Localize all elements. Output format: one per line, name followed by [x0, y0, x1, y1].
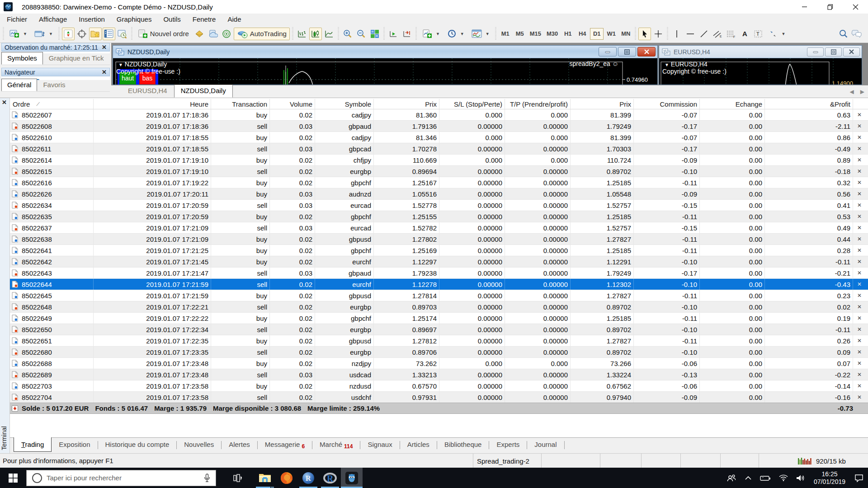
chart-tab-eurusd-h4[interactable]: EURUSD,H4 — [121, 84, 174, 98]
navigator-button[interactable] — [89, 28, 102, 40]
close-order-icon[interactable]: ✕ — [853, 155, 868, 165]
tray-expand-icon[interactable] — [745, 476, 752, 480]
eurusd-chart[interactable]: ▼ EURUSD,H4 Copyright © free-use :) 1.14… — [659, 58, 862, 84]
column-header-ordre[interactable]: Ordre⟋ — [10, 99, 94, 109]
order-row[interactable]: 85022689 2019.01.07 17:23:48sell0.03usdc… — [10, 369, 868, 380]
navigator-close-icon[interactable]: ✕ — [102, 69, 107, 75]
column-header-commission[interactable]: Commission — [634, 99, 700, 109]
order-row[interactable]: 85022616 2019.01.07 17:19:22buy0.02gbpch… — [10, 177, 868, 188]
arrows-button[interactable]: ▼ — [765, 28, 788, 40]
close-order-icon[interactable]: ✕ — [853, 234, 868, 244]
order-row[interactable]: 85022614 2019.01.07 17:19:10buy0.02chfjp… — [10, 155, 868, 166]
order-row[interactable]: 85022644 2019.01.07 17:21:59sell0.02eurc… — [10, 279, 868, 290]
close-order-icon[interactable]: ✕ — [853, 324, 868, 335]
indicators-button[interactable]: ▼ — [419, 28, 443, 40]
order-row[interactable]: 85022642 2019.01.07 17:21:45buy0.02eurch… — [10, 256, 868, 267]
column-header-volume[interactable]: Volume — [270, 99, 315, 109]
close-order-icon[interactable]: ✕ — [853, 211, 868, 222]
chart-tabs-scroll-left-icon[interactable]: ◀ — [850, 89, 854, 95]
new-order-button[interactable]: Nouvel ordre — [135, 28, 192, 40]
terminal-tab-messagerie[interactable]: Messagerie6 — [258, 438, 312, 453]
order-row[interactable]: 85022608 2019.01.07 17:18:36sell0.03gbpa… — [10, 121, 868, 132]
auto-scroll-button[interactable] — [387, 28, 400, 40]
close-order-icon[interactable]: ✕ — [853, 392, 868, 403]
order-row[interactable]: 85022650 2019.01.07 17:22:34sell0.02eurg… — [10, 324, 868, 335]
nzdusd-close-button[interactable] — [637, 47, 656, 56]
close-button[interactable] — [843, 0, 868, 14]
close-order-icon[interactable]: ✕ — [853, 109, 868, 120]
menu-graphiques[interactable]: Graphiques — [111, 14, 158, 24]
terminal-tab-historique-du-compte[interactable]: Historique du compte — [98, 438, 177, 451]
close-order-icon[interactable]: ✕ — [853, 245, 868, 256]
navigator-tab-g-n-ral[interactable]: Général — [1, 79, 37, 91]
taskbar-search-input[interactable]: Taper ici pour rechercher — [26, 470, 216, 486]
menu-outils[interactable]: Outils — [157, 14, 186, 24]
crosshair-button[interactable] — [652, 28, 665, 40]
order-row[interactable]: 85022607 2019.01.07 17:18:36buy0.02cadjp… — [10, 109, 868, 121]
order-row[interactable]: 85022641 2019.01.07 17:21:25buy0.02gbpch… — [10, 245, 868, 256]
column-header-prix[interactable]: Prix — [571, 99, 634, 109]
timeframe-h1-button[interactable]: H1 — [561, 28, 575, 40]
terminal-tab-nouvelles[interactable]: Nouvelles — [177, 438, 221, 451]
zoom-out-button[interactable] — [355, 28, 368, 40]
market-watch-header[interactable]: Observation du marché: 17:25:11 ✕ — [1, 43, 110, 52]
fibonacci-button[interactable]: F — [725, 28, 737, 40]
timeframe-w1-button[interactable]: W1 — [604, 28, 618, 40]
order-row[interactable]: 85022643 2019.01.07 17:21:47sell0.03gbpa… — [10, 267, 868, 279]
maximize-button[interactable] — [817, 0, 843, 14]
close-order-icon[interactable]: ✕ — [853, 166, 868, 177]
terminal-tab-trading[interactable]: Trading — [14, 437, 52, 452]
volume-icon[interactable] — [796, 474, 805, 482]
navigator-header[interactable]: Navigateur ✕ — [1, 68, 110, 76]
close-order-icon[interactable]: ✕ — [853, 380, 868, 391]
zoom-in-button[interactable] — [341, 28, 354, 40]
terminal-tab-march-[interactable]: Marché114 — [312, 438, 360, 453]
order-row[interactable]: 85022680 2019.01.07 17:23:35sell0.02eurg… — [10, 347, 868, 358]
timeframe-h4-button[interactable]: H4 — [576, 28, 589, 40]
close-order-icon[interactable]: ✕ — [853, 279, 868, 290]
terminal-tab-journal[interactable]: Journal — [527, 438, 564, 451]
terminal-button[interactable] — [103, 28, 115, 40]
menu-fichier[interactable]: Fichier — [1, 14, 33, 24]
navigator-tab-favoris[interactable]: Favoris — [37, 79, 71, 91]
order-row[interactable]: 85022704 2019.01.07 17:23:58sell0.02usdc… — [10, 392, 868, 403]
chart-shift-button[interactable] — [401, 28, 413, 40]
channel-button[interactable]: E — [711, 28, 724, 40]
terminal-tab-articles[interactable]: Articles — [400, 438, 437, 451]
new-chart-button[interactable]: ▼ — [6, 28, 30, 40]
collapse-marker-icon[interactable]: ▼ — [118, 62, 123, 67]
close-order-icon[interactable]: ✕ — [853, 121, 868, 131]
close-order-icon[interactable]: ✕ — [853, 267, 868, 278]
column-header-t-p-prendre-profit-[interactable]: T/P (Prendre/profit) — [505, 99, 571, 109]
order-row[interactable]: 85022611 2019.01.07 17:18:55sell0.03gbpc… — [10, 143, 868, 155]
people-icon[interactable] — [726, 474, 736, 482]
periods-button[interactable]: ▼ — [444, 28, 467, 40]
data-window-button[interactable] — [75, 28, 88, 40]
vertical-line-button[interactable] — [670, 28, 683, 40]
start-button[interactable] — [0, 468, 26, 488]
line-chart-button[interactable] — [323, 28, 335, 40]
eurusd-restore-button[interactable] — [825, 47, 842, 56]
order-row[interactable]: 85022648 2019.01.07 17:22:21sell0.02eurg… — [10, 301, 868, 313]
text-button[interactable]: A — [738, 28, 751, 40]
timeframe-mn-button[interactable]: MN — [619, 28, 632, 40]
order-row[interactable]: 85022635 2019.01.07 17:20:59buy0.02gbpch… — [10, 211, 868, 222]
menu-fenetre[interactable]: Fenetre — [187, 14, 222, 24]
eurusd-close-button[interactable] — [843, 47, 860, 56]
market-watch-tab-symboles[interactable]: Symboles — [1, 52, 43, 65]
order-row[interactable]: 85022610 2019.01.07 17:18:55buy0.02cadjp… — [10, 132, 868, 143]
close-order-icon[interactable]: ✕ — [853, 313, 868, 324]
market-watch-close-icon[interactable]: ✕ — [102, 44, 107, 51]
order-row[interactable]: 85022626 2019.01.07 17:20:11buy0.03audnz… — [10, 188, 868, 200]
horizontal-line-button[interactable] — [684, 28, 697, 40]
nzdusd-titlebar[interactable]: NZDUSD,Daily — [113, 46, 657, 58]
timeframe-m5-button[interactable]: M5 — [513, 28, 527, 40]
timeframe-d1-button[interactable]: D1 — [590, 28, 604, 40]
terminal-tab-bibliotheque[interactable]: Bibliotheque — [437, 438, 489, 451]
order-row[interactable]: 85022615 2019.01.07 17:19:10sell0.02eurg… — [10, 166, 868, 177]
close-order-icon[interactable]: ✕ — [853, 132, 868, 143]
column-header-symbole[interactable]: Symbole — [315, 99, 374, 109]
terminal-close-icon[interactable]: ✕ — [2, 99, 7, 106]
close-order-icon[interactable]: ✕ — [853, 335, 868, 346]
text-label-button[interactable]: T — [752, 28, 764, 40]
